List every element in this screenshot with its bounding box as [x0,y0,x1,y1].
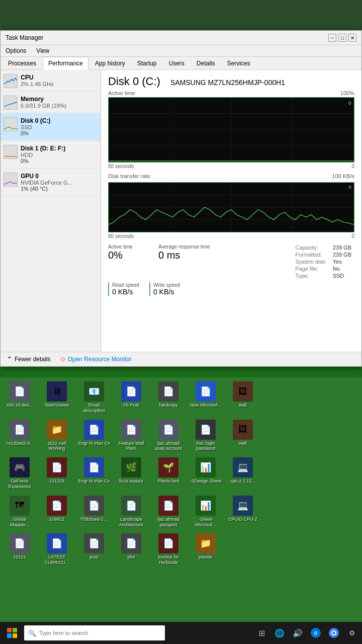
desktop-icon-4[interactable]: 📄 hardcopy [151,379,186,416]
sidebar-item-disk1[interactable]: Disk 1 (D: E: F:) HDD 0% [1,141,101,169]
tab-processes[interactable]: Processes [3,57,42,69]
desktop-icon-31[interactable]: 📄 plot [114,531,149,568]
desktop-icon-17[interactable]: 🌿 ficus topiary [114,455,149,492]
taskview-button[interactable]: ⊞ [254,626,268,640]
open-resource-monitor-button[interactable]: ⊙ Open Resource Monitor [60,356,131,363]
tab-performance[interactable]: Performance [43,57,88,70]
icon-img-10: 📄 [121,420,141,440]
desktop-row-5: 📄 12121 📄 LATEST CURRICU... 📄 post 📄 plo… [2,531,360,568]
sidebar-disk1-sub: HDD [21,152,96,158]
minimize-button[interactable]: ─ [328,34,336,42]
desktop-icon-19[interactable]: 📊 -SDesign Sheet [188,455,223,492]
desktop-icon-22[interactable]: 📄 109922 [39,494,74,530]
tab-services[interactable]: Services [222,57,256,69]
tab-startup[interactable]: Startup [132,57,162,69]
active-time-pct: 100% [340,90,354,96]
desktop-icon-18[interactable]: 🌱 Plants bed [151,455,186,492]
svg-text:0: 0 [348,185,351,190]
desktop-icon-9[interactable]: 📄 Engr M Irfan Cv [76,418,112,454]
desktop-icon-10[interactable]: 📄 Feature Wall Plan! [114,418,149,454]
desktop-icon-24[interactable]: 📄 Landscape Architecture [114,494,149,530]
desktop-icon-13[interactable]: 🖼 wall [225,418,260,454]
icon-label-18: Plants bed [158,478,179,484]
desktop-icon-21[interactable]: 🗺 Global Mapper... [2,494,37,530]
sidebar-disk1-name: Disk 1 (D: E: F:) [21,145,96,152]
icon-img-8: 📁 [47,420,67,440]
desktop-icon-12[interactable]: 📄 Pec login password [188,418,223,454]
icon-img-24: 📄 [121,496,141,516]
disk0-mini-graph [4,117,18,131]
sidebar-disk0-sub: SSD [21,124,96,130]
icon-img-5: 📄 [196,381,216,401]
sidebar-item-gpu0[interactable]: GPU 0 NVIDIA GeForce G... 1% (40 °C) [1,169,101,196]
icon-img-12: 📄 [196,420,216,440]
sidebar: CPU 2% 1.46 GHz Memory 6.0/31.9 GB (19%)… [1,70,101,352]
active-time-stat-val: 0% [108,250,148,261]
menu-view[interactable]: View [34,46,51,55]
close-button[interactable]: ✕ [348,34,356,42]
desktop-icon-11[interactable]: 📄 Ijaz ahmad asep account [151,418,186,454]
icon-label-22: 109922 [49,517,64,522]
tab-details[interactable]: Details [191,57,221,69]
audio-icon[interactable]: 🔊 [291,626,305,640]
disk-model: SAMSUNG MZ7LN256HMJP-000H1 [170,78,285,87]
taskbar-search-box[interactable]: 🔍 [24,625,165,640]
desktop-icon-20[interactable]: 💻 cpu-z 2.12... [225,455,260,492]
start-button[interactable] [3,624,21,642]
main-content: Disk 0 (C:) SAMSUNG MZ7LN256HMJP-000H1 A… [101,70,361,352]
icon-label-29: LATEST CURRICU... [40,554,73,566]
desktop-icon-16[interactable]: 📄 Engr M Irfan Cv [76,455,112,492]
icon-label-27: CPUID CPU-Z [228,517,257,522]
desktop-icon-0[interactable]: 📄 436.15-des... [2,379,37,416]
icon-img-7: 📄 [10,420,30,440]
desktop-icon-2[interactable]: 📧 Email description [76,379,112,416]
icon-label-11: Ijaz ahmad asep account [152,441,185,452]
desktop-icon-6[interactable]: 🖼 wall [225,379,260,416]
desktop-icon-30[interactable]: 📄 post [76,531,112,568]
desktop-icon-33[interactable]: 📁 planter [188,531,223,568]
desktop-icon-5[interactable]: 📄 New Microsof... [188,379,223,416]
transfer-seconds: 60 seconds [108,233,134,239]
svg-rect-17 [13,628,17,632]
sidebar-item-cpu[interactable]: CPU 2% 1.46 GHz [1,70,101,92]
search-input[interactable] [39,630,161,636]
desktop-icon-14[interactable]: 🎮 GeForce Experience [2,455,37,492]
active-time-section: Active time 100% 0 [108,90,354,169]
desktop-icon-23[interactable]: 📄 f7bb30e8-2... [76,494,112,530]
icon-img-11: 📄 [158,420,178,440]
transfer-rate-label: Disk transfer rate [108,173,150,179]
svg-rect-16 [7,628,12,632]
desktop-icon-26[interactable]: 📊 -SNew Microsof... [188,494,223,530]
desktop-icon-3[interactable]: 📄 Fb Post [114,379,149,416]
icon-label-30: post [89,554,98,560]
active-time-label-row: Active time 100% [108,90,354,96]
desktop-icon-32[interactable]: 📄 Invoice for Herbicide [151,531,186,568]
tab-app-history[interactable]: App history [89,57,131,69]
chrome-icon[interactable] [327,626,341,640]
settings-icon[interactable]: ⚙ [345,626,359,640]
desktop-icon-29[interactable]: 📄 LATEST CURRICU... [39,531,74,568]
maximize-button[interactable]: □ [338,34,346,42]
fewer-details-button[interactable]: ⌃ Fewer details [7,355,50,363]
desktop-icon-8[interactable]: 📁 2022 Asif Working [39,418,74,454]
transfer-rate-max: 100 KB/s [332,173,354,179]
write-speed-val: 0 KB/s [153,288,180,296]
tab-users[interactable]: Users [163,57,190,69]
desktop-icon-1[interactable]: 🖥 TeamViewer [39,379,74,416]
desktop-icon-15[interactable]: 📄 101229 [39,455,74,492]
icon-label-2: Email description [77,403,111,414]
sidebar-disk1-val: 0% [21,158,96,164]
stats-row: Active time 0% Average response time 0 m… [108,244,354,279]
network-icon[interactable]: 🌐 [273,626,287,640]
edge-icon[interactable]: e [309,626,323,640]
desktop-icon-28[interactable]: 📄 12121 [2,531,37,568]
desktop-icon-7[interactable]: 📄 741d2e68-9... [2,418,37,454]
desktop-icon-27[interactable]: 💻 CPUID CPU-Z [225,494,260,530]
read-speed-val: 0 KB/s [112,288,139,296]
sidebar-item-disk0[interactable]: Disk 0 (C:) SSD 0% [1,113,101,141]
sidebar-item-memory[interactable]: Memory 6.0/31.9 GB (19%) [1,92,101,113]
desktop-icon-25[interactable]: 📄 Ijaz ahmad passport [151,494,186,530]
icon-label-32: Invoice for Herbicide [152,554,185,566]
fewer-details-label: Fewer details [15,356,50,363]
menu-options[interactable]: Options [4,46,28,55]
